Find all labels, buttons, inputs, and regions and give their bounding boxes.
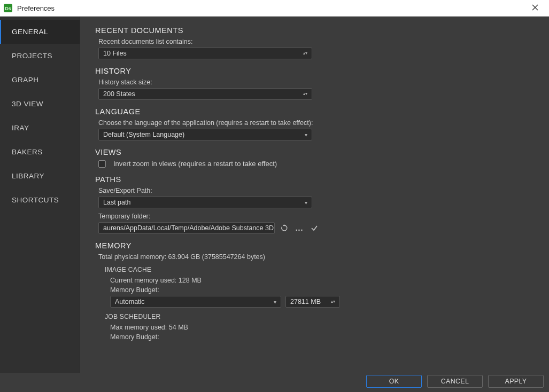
section-paths: PATHS <box>95 175 533 184</box>
nav-bakers[interactable]: BAKERS <box>0 140 80 164</box>
nav-label: GENERAL <box>12 28 48 36</box>
language-label: Choose the language of the application (… <box>98 119 533 127</box>
save-path-label: Save/Export Path: <box>98 187 533 194</box>
section-history: HISTORY <box>95 67 533 75</box>
recent-documents-label: Recent documents list contains: <box>98 38 533 45</box>
sidebar: GENERAL PROJECTS GRAPH 3D VIEW IRAY BAKE… <box>0 17 80 373</box>
reset-path-button[interactable] <box>279 223 290 233</box>
browse-path-button[interactable]: ... <box>294 223 305 233</box>
svg-text:Ds: Ds <box>5 6 11 11</box>
window-title: Preferences <box>17 4 55 12</box>
close-icon <box>532 4 538 11</box>
main-panel: RECENT DOCUMENTS Recent documents list c… <box>80 17 549 373</box>
select-value: Automatic <box>115 298 145 305</box>
nav-iray[interactable]: IRAY <box>0 116 80 140</box>
cancel-button[interactable]: CANCEL <box>427 375 483 388</box>
memory-budget-value-spinner[interactable]: 27811 MB ▴▾ <box>285 296 340 308</box>
refresh-icon <box>281 224 288 232</box>
spinner-value: 27811 MB <box>290 298 321 305</box>
memory-budget-mode-select[interactable]: Automatic ▾ <box>110 296 281 308</box>
nav-label: PROJECTS <box>12 52 52 60</box>
history-stack-spinner[interactable]: 200 States ▴▾ <box>98 88 312 100</box>
nav-label: LIBRARY <box>12 172 44 180</box>
nav-label: SHORTCUTS <box>12 196 59 204</box>
nav-label: IRAY <box>12 124 29 132</box>
temp-folder-input[interactable]: aurens/AppData/Local/Temp/Adobe/Adobe Su… <box>98 222 275 234</box>
chevron-down-icon: ▾ <box>305 200 307 206</box>
chevron-down-icon: ▾ <box>305 132 307 138</box>
footer: OK CANCEL APPLY <box>0 373 549 392</box>
section-recent-documents: RECENT DOCUMENTS <box>95 26 533 35</box>
nav-3d-view[interactable]: 3D VIEW <box>0 92 80 116</box>
spinner-value: 200 States <box>103 90 135 98</box>
history-stack-label: History stack size: <box>98 79 533 86</box>
temp-folder-label: Temporary folder: <box>98 213 533 220</box>
check-icon <box>311 224 318 232</box>
spinner-value: 10 Files <box>103 50 127 57</box>
app-icon: Ds <box>3 3 13 13</box>
nav-label: GRAPH <box>12 76 39 84</box>
language-select[interactable]: Default (System Language) ▾ <box>98 129 312 140</box>
button-label: OK <box>389 378 399 385</box>
confirm-path-button[interactable] <box>309 223 320 233</box>
ok-button[interactable]: OK <box>366 375 422 388</box>
chevron-down-icon: ▾ <box>274 299 276 305</box>
image-cache-heading: IMAGE CACHE <box>105 266 533 273</box>
invert-zoom-label: Invert zoom in views (requires a restart… <box>113 160 277 168</box>
nav-graph[interactable]: GRAPH <box>0 68 80 92</box>
nav-projects[interactable]: PROJECTS <box>0 44 80 68</box>
job-memory-budget-label: Memory Budget: <box>110 333 533 341</box>
select-value: Default (System Language) <box>103 131 184 138</box>
recent-documents-spinner[interactable]: 10 Files ▴▾ <box>98 48 312 59</box>
apply-button[interactable]: APPLY <box>488 375 544 388</box>
total-memory-label: Total physical memory: 63.904 GB (375855… <box>98 253 533 261</box>
job-max-memory-used: Max memory used: 54 MB <box>110 324 533 331</box>
current-memory-used: Current memory used: 128 MB <box>110 277 533 284</box>
nav-label: 3D VIEW <box>12 100 43 108</box>
button-label: APPLY <box>505 378 527 385</box>
memory-budget-label: Memory Budget: <box>110 286 533 294</box>
nav-label: BAKERS <box>12 148 43 156</box>
section-language: LANGUAGE <box>95 107 533 116</box>
section-memory: MEMORY <box>95 241 533 250</box>
spinner-arrows-icon: ▴▾ <box>303 52 307 55</box>
input-value: aurens/AppData/Local/Temp/Adobe/Adobe Su… <box>103 224 275 232</box>
nav-general[interactable]: GENERAL <box>0 20 80 44</box>
button-label: CANCEL <box>441 378 469 385</box>
close-button[interactable] <box>524 4 546 12</box>
save-path-select[interactable]: Last path ▾ <box>98 197 312 208</box>
invert-zoom-checkbox[interactable] <box>98 160 106 168</box>
job-scheduler-heading: JOB SCHEDULER <box>105 313 533 320</box>
select-value: Last path <box>103 199 130 206</box>
nav-library[interactable]: LIBRARY <box>0 164 80 188</box>
nav-shortcuts[interactable]: SHORTCUTS <box>0 188 80 212</box>
section-views: VIEWS <box>95 148 533 156</box>
spinner-arrows-icon: ▴▾ <box>303 92 307 96</box>
spinner-arrows-icon: ▴▾ <box>331 300 335 303</box>
title-bar: Ds Preferences <box>0 0 549 17</box>
